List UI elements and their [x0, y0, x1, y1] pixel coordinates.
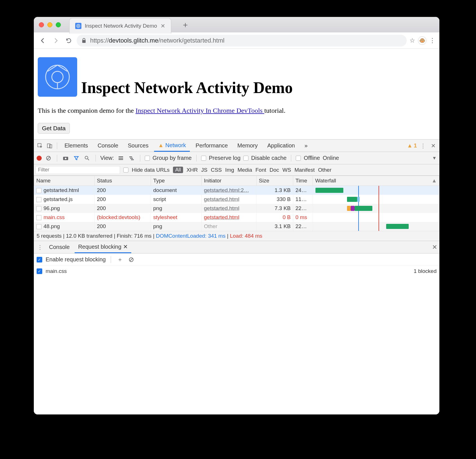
disable-cache-label: Disable cache	[251, 155, 287, 161]
remove-all-patterns-icon[interactable]	[127, 256, 135, 264]
table-row[interactable]: getstarted.js200scriptgetstarted.html330…	[34, 195, 439, 204]
tabs-overflow[interactable]: »	[301, 140, 312, 152]
reload-button[interactable]	[64, 36, 74, 46]
window-controls	[39, 22, 61, 27]
filter-js[interactable]: JS	[201, 167, 207, 173]
svg-line-9	[47, 157, 50, 160]
blocked-count: 1 blocked	[414, 268, 437, 274]
svg-point-11	[65, 158, 66, 159]
favicon-icon	[75, 23, 81, 29]
hide-data-urls-checkbox[interactable]	[123, 167, 128, 173]
filter-css[interactable]: CSS	[211, 167, 222, 173]
pattern-checkbox[interactable]: ✓	[37, 268, 42, 274]
clear-icon[interactable]	[45, 154, 52, 162]
tab-memory[interactable]: Memory	[233, 140, 262, 152]
devtools-close-icon[interactable]: ✕	[429, 142, 437, 150]
get-data-button[interactable]: Get Data	[38, 123, 70, 134]
enable-blocking-checkbox[interactable]: ✓	[37, 257, 42, 262]
table-row[interactable]: main.css(blocked:devtools)stylesheetgets…	[34, 213, 439, 222]
drawer-tab-console[interactable]: Console	[46, 241, 73, 253]
filter-doc[interactable]: Doc	[270, 167, 279, 173]
filter-all[interactable]: All	[173, 167, 183, 173]
col-waterfall[interactable]: Waterfall▲	[313, 176, 439, 186]
hide-data-urls-label: Hide data URLs	[132, 167, 170, 173]
group-by-frame-label: Group by frame	[153, 155, 192, 161]
new-tab-button[interactable]: ＋	[181, 19, 189, 30]
col-time[interactable]: Time	[293, 176, 313, 186]
tab-sources[interactable]: Sources	[124, 140, 152, 152]
filter-input[interactable]	[35, 166, 120, 174]
close-drawer-tab-icon[interactable]: ✕	[123, 243, 128, 250]
disable-cache-checkbox[interactable]	[243, 156, 248, 161]
toolbar: https://devtools.glitch.me/network/getst…	[34, 32, 439, 49]
warning-icon: ▲	[158, 142, 164, 149]
search-icon[interactable]	[83, 154, 91, 162]
browser-tab[interactable]: Inspect Network Activity Demo ✕	[69, 18, 171, 34]
col-size[interactable]: Size	[257, 176, 293, 186]
record-button[interactable]	[37, 156, 42, 161]
throttling-dropdown-icon[interactable]: ▼	[432, 156, 437, 161]
add-pattern-icon[interactable]: ＋	[116, 256, 124, 264]
devtools-menu-icon[interactable]: ⋮	[419, 142, 427, 150]
close-tab-icon[interactable]: ✕	[161, 23, 165, 29]
svg-point-0	[77, 24, 80, 28]
filter-icon[interactable]	[72, 154, 80, 162]
drawer-tabs: ⋮ Console Request blocking✕ ✕	[34, 241, 439, 253]
svg-rect-2	[82, 40, 86, 43]
drawer-menu-icon[interactable]: ⋮	[36, 243, 44, 251]
offline-checkbox[interactable]	[296, 156, 301, 161]
filter-manifest[interactable]: Manifest	[294, 167, 315, 173]
table-row[interactable]: getstarted.html200documentgetstarted.htm…	[34, 186, 439, 195]
filter-img[interactable]: Img	[225, 167, 234, 173]
drawer-close-icon[interactable]: ✕	[432, 244, 437, 251]
filter-other[interactable]: Other	[318, 167, 332, 173]
filter-media[interactable]: Media	[237, 167, 252, 173]
profile-avatar[interactable]: 🐵	[418, 36, 426, 45]
table-row[interactable]: 48.png200pngOther3.1 KB22…	[34, 222, 439, 231]
preserve-log-checkbox[interactable]	[201, 156, 206, 161]
maximize-window-button[interactable]	[56, 22, 61, 27]
filter-bar: Hide data URLs All XHR JS CSS Img Media …	[34, 164, 439, 176]
forward-button[interactable]	[51, 36, 61, 46]
menu-icon[interactable]: ⋮	[429, 37, 435, 44]
filter-xhr[interactable]: XHR	[186, 167, 198, 173]
filter-font[interactable]: Font	[255, 167, 266, 173]
col-name[interactable]: Name	[34, 176, 95, 186]
screenshot-icon[interactable]	[62, 154, 70, 162]
lock-icon	[82, 38, 86, 43]
address-bar[interactable]: https://devtools.glitch.me/network/getst…	[77, 35, 407, 47]
network-summary: 5 requests | 12.0 KB transferred | Finis…	[34, 231, 439, 241]
device-toggle-icon[interactable]	[46, 142, 54, 150]
col-type[interactable]: Type	[151, 176, 202, 186]
svg-rect-19	[131, 159, 134, 160]
col-status[interactable]: Status	[95, 176, 151, 186]
devtools-drawer: ⋮ Console Request blocking✕ ✕ ✓ Enable r…	[34, 241, 439, 414]
svg-line-13	[88, 159, 89, 160]
page-paragraph: This is the companion demo for the Inspe…	[38, 107, 435, 114]
view-list-icon[interactable]	[117, 154, 125, 162]
blocking-pattern-row[interactable]: ✓ main.css 1 blocked	[34, 266, 439, 277]
view-waterfall-icon[interactable]	[128, 154, 135, 162]
online-label[interactable]: Online	[323, 155, 339, 161]
tab-network[interactable]: ▲Network	[154, 140, 190, 152]
inspect-element-icon[interactable]	[36, 142, 44, 150]
tab-console[interactable]: Console	[94, 140, 122, 152]
network-table: Name Status Type Initiator Size Time Wat…	[34, 176, 439, 231]
close-window-button[interactable]	[39, 22, 44, 27]
tab-performance[interactable]: Performance	[192, 140, 232, 152]
filter-ws[interactable]: WS	[283, 167, 291, 173]
tutorial-link[interactable]: Inspect Network Activity In Chrome DevTo…	[135, 107, 264, 114]
tab-elements[interactable]: Elements	[61, 140, 92, 152]
pattern-text: main.css	[46, 268, 67, 274]
col-initiator[interactable]: Initiator	[202, 176, 257, 186]
tab-application[interactable]: Application	[263, 140, 299, 152]
titlebar: Inspect Network Activity Demo ✕ ＋	[34, 17, 439, 32]
drawer-tab-request-blocking[interactable]: Request blocking✕	[75, 241, 131, 253]
warning-count[interactable]: ▲1	[407, 142, 417, 149]
group-by-frame-checkbox[interactable]	[145, 156, 150, 161]
back-button[interactable]	[38, 36, 48, 46]
minimize-window-button[interactable]	[47, 22, 52, 27]
tab-title: Inspect Network Activity Demo	[85, 23, 157, 29]
table-row[interactable]: 96.png200pnggetstarted.html7.3 KB22…	[34, 204, 439, 213]
bookmark-icon[interactable]: ☆	[410, 37, 415, 44]
